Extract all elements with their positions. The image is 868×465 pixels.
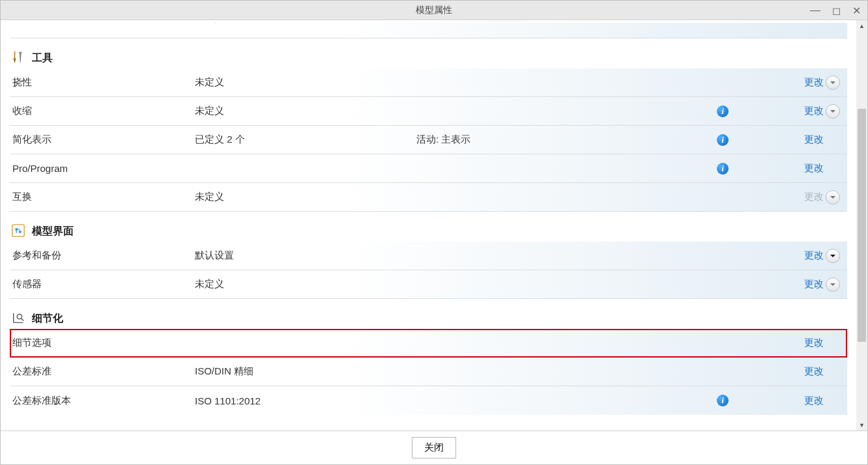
row-simprep-value: 已定义 2 个 (195, 134, 416, 146)
window-controls: — ◻ ✕ (807, 1, 863, 20)
section-tools-label: 工具 (32, 51, 53, 65)
row-tolstd-value: ISO/DIN 精细 (195, 365, 416, 378)
row-sensor: 传感器 未定义 更改 (10, 270, 847, 299)
row-refbackup-label: 参考和备份 (12, 249, 195, 262)
scroll-track[interactable] (856, 31, 867, 419)
row-exchange: 互换 未定义 更改 (10, 183, 847, 212)
row-proprogram-label: Pro/Program (12, 163, 195, 174)
row-refbackup: 参考和备份 默认设置 更改 (10, 242, 847, 270)
svg-point-1 (17, 314, 22, 318)
row-exchange-value: 未定义 (195, 191, 416, 203)
row-sensor-expand[interactable] (826, 277, 840, 292)
row-sensor-value: 未定义 (195, 278, 416, 290)
tools-icon (11, 50, 25, 66)
row-detailopts-label: 细节选项 (12, 337, 195, 349)
row-exchange-label: 互换 (12, 191, 195, 203)
row-proprogram-change-link[interactable]: 更改 (804, 162, 824, 173)
vertical-scrollbar[interactable]: ▲ ▼ (856, 20, 867, 430)
row-proprogram-info-icon[interactable]: i (717, 163, 729, 175)
row-flexibility-expand[interactable] (826, 76, 840, 90)
scroll-thumb[interactable] (858, 109, 866, 342)
row-exchange-change-link: 更改 (804, 191, 824, 202)
maximize-icon[interactable]: ◻ (830, 5, 843, 17)
titlebar: 模型属性 — ◻ ✕ (1, 1, 867, 20)
row-sensor-change-link[interactable]: 更改 (804, 278, 824, 289)
window-title: 模型属性 (416, 5, 452, 16)
section-detail-label: 细节化 (32, 312, 63, 326)
scroll-down-icon[interactable]: ▼ (856, 419, 867, 430)
section-tools: 工具 (10, 38, 847, 68)
close-icon[interactable]: ✕ (850, 5, 863, 17)
row-simprep-info-icon[interactable]: i (717, 134, 729, 146)
model-properties-window: 模型属性 — ◻ ✕ 名称 已定义 4 个 更改 (0, 0, 868, 465)
row-tolstd-label: 公差标准 (12, 365, 195, 378)
row-tolver-label: 公差标准版本 (12, 395, 195, 407)
row-proprogram: Pro/Program i 更改 (10, 154, 847, 183)
row-flexibility-value: 未定义 (195, 76, 416, 89)
row-names-change-link[interactable]: 更改 (804, 23, 824, 23)
row-detailopts: 细节选项 更改 (10, 329, 847, 358)
row-names: 名称 已定义 4 个 更改 (10, 23, 847, 38)
row-names-value: 已定义 4 个 (195, 23, 416, 25)
row-tolver-change-link[interactable]: 更改 (804, 395, 824, 406)
row-simprep: 简化表示 已定义 2 个 活动: 主表示 i 更改 (10, 126, 847, 154)
row-names-label: 名称 (12, 23, 195, 25)
row-refbackup-expand[interactable] (826, 249, 840, 263)
row-sensor-label: 传感器 (12, 278, 195, 290)
content-area: 名称 已定义 4 个 更改 工具 挠性 未定义 (1, 20, 856, 430)
row-flexibility: 挠性 未定义 更改 (10, 68, 847, 97)
row-flexibility-label: 挠性 (12, 76, 195, 89)
row-shrink-label: 收缩 (12, 105, 195, 117)
row-refbackup-change-link[interactable]: 更改 (804, 249, 824, 261)
row-tolver-value: ISO 1101:2012 (195, 395, 416, 406)
row-refbackup-value: 默认设置 (195, 249, 416, 262)
row-shrink-value: 未定义 (195, 105, 416, 117)
row-shrink-info-icon[interactable]: i (717, 106, 729, 117)
section-interface: 模型界面 (10, 212, 847, 242)
row-simprep-extra: 活动: 主表示 (416, 134, 717, 146)
svg-rect-0 (12, 224, 24, 236)
row-tolstd: 公差标准 ISO/DIN 精细 更改 (10, 358, 847, 386)
scroll-up-icon[interactable]: ▲ (856, 20, 867, 31)
minimize-icon[interactable]: — (807, 5, 823, 16)
row-tolstd-change-link[interactable]: 更改 (804, 365, 824, 376)
detail-icon (11, 311, 25, 327)
row-exchange-expand[interactable] (826, 190, 840, 204)
row-simprep-change-link[interactable]: 更改 (804, 134, 824, 145)
close-button[interactable]: 关闭 (412, 437, 456, 458)
row-shrink-expand[interactable] (826, 104, 840, 119)
section-interface-label: 模型界面 (32, 225, 74, 238)
footer: 关闭 (1, 430, 867, 464)
row-flexibility-change-link[interactable]: 更改 (804, 76, 824, 87)
row-tolver-info-icon[interactable]: i (717, 395, 729, 406)
interface-icon (11, 223, 25, 240)
row-tolver: 公差标准版本 ISO 1101:2012 i 更改 (10, 386, 847, 415)
section-detail: 细节化 (10, 299, 847, 329)
row-detailopts-change-link[interactable]: 更改 (804, 337, 824, 348)
row-shrink-change-link[interactable]: 更改 (804, 105, 824, 116)
row-simprep-label: 简化表示 (12, 134, 195, 146)
row-shrink: 收缩 未定义 i 更改 (10, 97, 847, 126)
